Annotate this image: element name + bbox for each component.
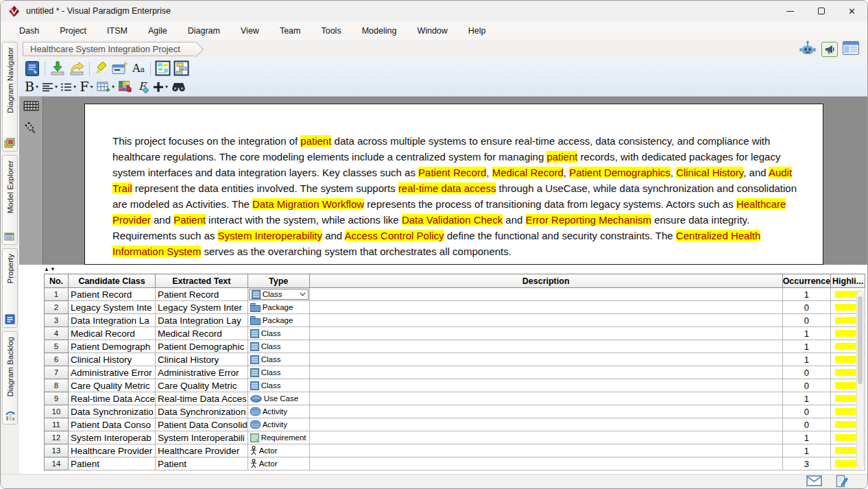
row-number-cell[interactable]: 6 — [45, 353, 69, 366]
candidate-class-cell[interactable]: Patient — [69, 457, 156, 470]
description-cell[interactable] — [309, 457, 782, 470]
italic-font-button[interactable]: F — [134, 78, 152, 95]
description-cell[interactable] — [309, 314, 782, 327]
description-cell[interactable] — [309, 327, 782, 340]
extracted-text-cell[interactable]: Patient Record — [156, 288, 248, 301]
column-header-highli[interactable]: Highli... — [831, 274, 865, 288]
occurrence-cell[interactable]: 1 — [782, 392, 830, 405]
menu-item-diagram[interactable]: Diagram — [178, 23, 230, 38]
highlighted-term[interactable]: Medical Record — [492, 167, 564, 178]
import-icon[interactable] — [48, 60, 67, 77]
occurrence-cell[interactable]: 0 — [782, 314, 830, 327]
row-number-cell[interactable]: 4 — [45, 327, 69, 340]
highlighted-term[interactable]: Access Control Policy — [345, 230, 444, 241]
type-combobox[interactable]: Class — [249, 289, 309, 300]
occurrence-cell[interactable]: 1 — [782, 431, 830, 444]
type-cell[interactable]: Requirement — [248, 431, 309, 444]
highlighted-term[interactable]: Data Migration Workflow — [252, 198, 364, 210]
type-cell[interactable]: Class — [248, 288, 309, 301]
candidate-class-cell[interactable]: Patient Data Conso — [69, 418, 156, 431]
candidate-class-cell[interactable]: Administrative Error — [69, 366, 156, 379]
maximize-button[interactable] — [806, 1, 836, 21]
type-cell[interactable]: Package — [248, 301, 309, 314]
menu-item-view[interactable]: View — [230, 23, 269, 38]
type-cell[interactable]: Class — [248, 353, 309, 366]
occurrence-cell[interactable]: 0 — [782, 301, 830, 314]
menu-item-help[interactable]: Help — [458, 23, 496, 38]
type-value[interactable]: Class — [248, 340, 309, 353]
type-value[interactable]: Class — [248, 379, 309, 392]
type-value[interactable]: Class — [248, 327, 309, 339]
row-number-cell[interactable]: 10 — [45, 405, 69, 418]
extracted-text-cell[interactable]: Care Quality Metric — [156, 379, 248, 392]
announcement-icon-button[interactable] — [821, 42, 838, 57]
candidate-class-cell[interactable]: Legacy System Inte — [69, 301, 156, 314]
extracted-text-cell[interactable]: Patient Data Consolid — [156, 418, 248, 431]
panel-layout-icon-button[interactable] — [843, 41, 859, 58]
occurrence-cell[interactable]: 1 — [782, 340, 830, 353]
column-header-no[interactable]: No. — [45, 274, 69, 288]
extracted-text-cell[interactable]: Data Synchronization — [156, 405, 248, 418]
extracted-text-cell[interactable]: Patient — [156, 457, 248, 470]
column-header-type[interactable]: Type — [248, 274, 309, 288]
table-button[interactable]: ▾ — [95, 78, 116, 95]
type-value[interactable]: Actor — [248, 444, 309, 457]
row-number-cell[interactable]: 14 — [45, 457, 69, 470]
text-analysis-document-icon[interactable] — [23, 60, 42, 77]
type-cell[interactable]: Class — [248, 340, 309, 353]
extracted-text-cell[interactable]: System Interoperabili — [156, 431, 248, 444]
highlighter-icon[interactable] — [93, 60, 110, 77]
menu-item-window[interactable]: Window — [407, 23, 457, 38]
column-header-description[interactable]: Description — [309, 274, 782, 288]
column-header-extracted-text[interactable]: Extracted Text — [156, 274, 248, 288]
menu-item-team[interactable]: Team — [269, 23, 311, 38]
type-value[interactable]: Package — [248, 314, 309, 326]
highlighted-term[interactable]: patient — [300, 135, 331, 147]
close-button[interactable]: ✕ — [836, 1, 867, 21]
type-cell[interactable]: Activity — [248, 418, 309, 431]
highlighted-term[interactable]: Data Validation Check — [402, 214, 503, 226]
font-button[interactable]: F▾ — [77, 78, 95, 95]
highlighted-term[interactable]: System Interoperability — [217, 230, 322, 241]
table-scrollbar-thumb[interactable] — [858, 296, 863, 384]
highlighted-term[interactable]: real-time data access — [398, 182, 496, 194]
assistant-robot-icon-button[interactable] — [799, 40, 817, 58]
table-scrollbar[interactable] — [856, 290, 864, 468]
export-icon[interactable] — [67, 60, 86, 77]
font-case-icon[interactable]: Aa — [130, 60, 147, 77]
description-cell[interactable] — [309, 301, 782, 314]
description-cell[interactable] — [309, 353, 782, 366]
type-value[interactable]: Requirement — [248, 431, 309, 444]
row-number-cell[interactable]: 9 — [45, 392, 69, 405]
color-palette-button[interactable] — [116, 78, 134, 95]
extracted-text-cell[interactable]: Data Integration Lay — [156, 314, 248, 327]
description-cell[interactable] — [309, 392, 782, 405]
extracted-text-cell[interactable]: Administrative Error — [156, 366, 248, 379]
minimize-button[interactable] — [775, 1, 806, 21]
menu-item-dash[interactable]: Dash — [9, 23, 49, 38]
diagram-thumbnail-icon[interactable] — [154, 60, 172, 77]
type-value[interactable]: Class — [248, 366, 309, 379]
type-cell[interactable]: Class — [248, 366, 309, 379]
grid-tool-icon-button[interactable] — [23, 101, 39, 114]
menu-item-agile[interactable]: Agile — [138, 23, 178, 38]
description-cell[interactable] — [309, 366, 782, 379]
candidate-class-cell[interactable]: Clinical History — [69, 353, 156, 366]
expand-arrow-icon[interactable]: ▼ — [50, 267, 56, 272]
row-number-cell[interactable]: 13 — [45, 444, 69, 457]
type-value[interactable]: Activity — [248, 405, 309, 418]
menu-item-project[interactable]: Project — [49, 23, 97, 38]
row-number-cell[interactable]: 1 — [45, 288, 69, 301]
extracted-text-cell[interactable]: Real-time Data Acces — [156, 392, 248, 405]
menu-item-itsm[interactable]: ITSM — [97, 23, 138, 38]
type-cell[interactable]: Class — [248, 379, 309, 392]
type-value[interactable]: Activity — [248, 418, 309, 431]
column-header-candidate-class[interactable]: Candidate Class — [69, 274, 156, 288]
candidate-class-cell[interactable]: Data Synchronizatio — [69, 405, 156, 418]
type-cell[interactable]: Activity — [248, 405, 309, 418]
description-cell[interactable] — [309, 288, 782, 301]
description-cell[interactable] — [309, 405, 782, 418]
sidebar-tab-diagram-navigator[interactable]: Diagram Navigator — [2, 42, 18, 152]
description-cell[interactable] — [309, 418, 782, 431]
row-number-cell[interactable]: 3 — [45, 314, 69, 327]
